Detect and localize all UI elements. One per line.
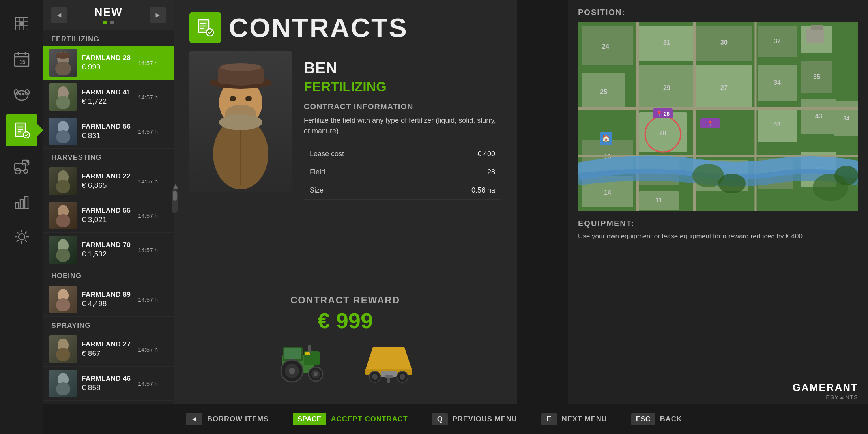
svg-point-68 [372, 374, 378, 380]
item-time: 14:57 h [138, 60, 158, 66]
svg-point-12 [15, 168, 21, 174]
brand-name: GAMERANT [793, 382, 858, 394]
avatar-farmland22 [49, 167, 77, 195]
svg-text:84: 84 [843, 115, 849, 122]
svg-point-20 [55, 62, 71, 75]
svg-rect-55 [284, 348, 301, 359]
section-stone-picking: STONE PICKING [43, 401, 174, 404]
svg-text:📍 28: 📍 28 [656, 110, 670, 117]
svg-point-8 [22, 94, 24, 95]
svg-point-23 [56, 96, 70, 109]
svg-text:32: 32 [774, 38, 781, 45]
table-cell-lease-value: € 400 [415, 144, 501, 163]
contract-item-farmland89[interactable]: FARMLAND 89 € 4,498 14:57 h [43, 282, 174, 317]
sidebar-item-stats[interactable] [6, 185, 37, 217]
accept-key: SPACE [293, 413, 326, 425]
branding: GAMERANT ESY▲NTS [793, 382, 858, 400]
sidebar-item-contracts[interactable] [6, 114, 37, 146]
avatar-farmland70 [49, 236, 77, 264]
avatar-farmland41 [49, 83, 77, 111]
borrow-key: ◄ [186, 413, 202, 425]
svg-text:14: 14 [604, 189, 611, 196]
equipment-label: EQUIPMENT: [578, 219, 858, 228]
character-name: BEN [304, 59, 501, 77]
contract-item-farmland55[interactable]: FARMLAND 55 € 3,021 14:57 h [43, 198, 174, 233]
svg-point-18 [19, 234, 25, 240]
avatar-farmland46 [49, 370, 77, 397]
item-time: 14:57 h [138, 296, 158, 303]
sidebar-item-map[interactable] [6, 8, 37, 39]
svg-text:15: 15 [19, 59, 26, 65]
svg-point-21 [56, 52, 70, 59]
page-dot-2 [110, 21, 114, 24]
previous-menu-button[interactable]: Q PREVIOUS MENU [420, 404, 529, 434]
contract-item-farmland46[interactable]: FARMLAND 46 € 858 14:57 h [43, 367, 174, 401]
svg-point-61 [314, 372, 318, 376]
table-cell-size-label: Size [304, 181, 415, 200]
item-time: 14:57 h [138, 178, 158, 185]
avatar-farmland28 [49, 49, 77, 77]
avatar-farmland55 [49, 202, 77, 229]
contract-list-panel: ◄ NEW ► FERTILIZING FARMLAND 28 € 999 [43, 0, 174, 404]
next-page-button[interactable]: ► [150, 7, 166, 23]
svg-text:31: 31 [663, 39, 670, 46]
prev-label: PREVIOUS MENU [453, 415, 517, 423]
svg-point-4 [15, 91, 28, 100]
svg-point-25 [56, 130, 70, 143]
svg-text:24: 24 [602, 43, 609, 50]
item-time: 14:57 h [138, 346, 158, 353]
svg-text:44: 44 [774, 121, 781, 127]
svg-point-46 [220, 63, 261, 71]
table-cell-field-label: Field [304, 163, 415, 181]
svg-point-33 [56, 298, 70, 311]
back-key: ESC [631, 413, 655, 425]
list-title: NEW [94, 6, 122, 19]
svg-point-31 [56, 249, 70, 262]
map-panel: POSITION: 24 25 13 14 31 29 [568, 0, 868, 404]
prev-page-button[interactable]: ◄ [51, 7, 67, 23]
tractor-icon [270, 337, 333, 385]
back-button[interactable]: ESC BACK [619, 404, 694, 434]
accept-contract-button[interactable]: SPACE ACCEPT CONTRACT [281, 404, 420, 434]
svg-point-49 [245, 96, 252, 101]
contract-item-farmland22[interactable]: FARMLAND 22 € 6,865 14:57 h [43, 164, 174, 198]
avatar-farmland56 [49, 118, 77, 145]
sidebar-item-settings[interactable] [6, 221, 37, 253]
table-row-field: Field 28 [304, 163, 501, 181]
section-harvesting: HARVESTING [43, 149, 174, 164]
table-cell-field-value: 28 [415, 163, 501, 181]
table-row-size: Size 0.56 ha [304, 181, 501, 200]
page-title: CONTRACTS [229, 12, 408, 43]
svg-point-70 [400, 374, 405, 380]
contract-item-farmland70[interactable]: FARMLAND 70 € 1,532 14:57 h [43, 233, 174, 267]
sidebar-item-machinery[interactable] [6, 150, 37, 181]
contract-item-farmland27[interactable]: FARMLAND 27 € 867 14:57 h [43, 332, 174, 367]
next-menu-button[interactable]: E NEXT MENU [529, 404, 619, 434]
avatar-farmland89 [49, 286, 77, 313]
svg-rect-72 [387, 378, 390, 383]
contract-item-farmland56[interactable]: FARMLAND 56 € 831 14:57 h [43, 114, 174, 149]
svg-rect-62 [308, 345, 311, 353]
contracts-icon [189, 12, 221, 43]
svg-point-35 [56, 348, 70, 361]
contract-details-table: Lease cost € 400 Field 28 Size 0.56 ha [304, 144, 501, 200]
svg-point-27 [56, 180, 70, 193]
svg-text:29: 29 [663, 84, 670, 91]
equipment-desc: Use your own equipment or lease equipmen… [578, 231, 858, 241]
svg-point-50 [219, 114, 262, 130]
svg-point-37 [56, 382, 70, 395]
borrow-items-button[interactable]: ◄ BORROW ITEMS [174, 404, 281, 434]
prev-key: Q [432, 413, 448, 425]
svg-rect-63 [305, 352, 310, 355]
contract-item-farmland41[interactable]: FARMLAND 41 € 1,722 14:57 h [43, 80, 174, 114]
sidebar-item-animals[interactable] [6, 79, 37, 110]
reward-label: CONTRACT REWARD [189, 295, 501, 306]
sidebar-item-calendar[interactable]: 15 [6, 43, 37, 75]
accept-label: ACCEPT CONTRACT [331, 415, 408, 423]
svg-point-119 [718, 174, 746, 193]
contract-info-label: CONTRACT INFORMATION [304, 102, 501, 111]
brand-sub: ESY▲NTS [793, 394, 858, 400]
svg-rect-71 [385, 375, 393, 378]
equipment-icons [189, 337, 501, 385]
contract-item-farmland28[interactable]: FARMLAND 28 € 999 14:57 h ► [43, 46, 174, 80]
